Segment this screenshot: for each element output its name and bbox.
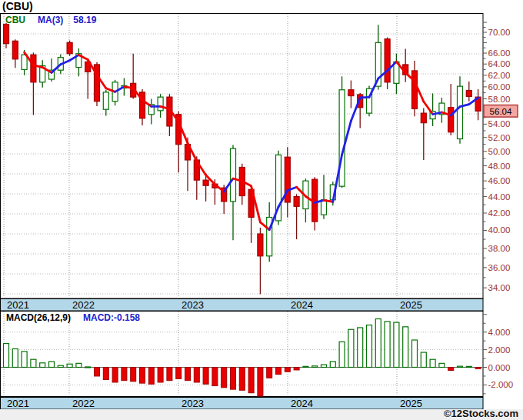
macd-axis: 4.0002.0000.000-2.000 xyxy=(483,315,513,394)
candle-down xyxy=(294,197,299,207)
macd-bar-positive xyxy=(321,365,327,367)
macd-bar-negative xyxy=(294,368,299,370)
macd-bar-positive xyxy=(339,342,345,367)
macd-bar-positive xyxy=(439,363,445,367)
price-axis-label: 34.00 xyxy=(488,283,511,292)
macd-bar-positive xyxy=(330,362,335,367)
macd-bar-negative xyxy=(258,368,263,397)
year-label: 2024 xyxy=(291,398,313,409)
candle-up xyxy=(158,97,163,111)
price-axis-label: 60.00 xyxy=(488,82,511,92)
price-axis-label: 50.00 xyxy=(488,147,511,156)
candle-down xyxy=(466,91,471,97)
macd-bar-positive xyxy=(85,367,91,368)
macd-bar-negative xyxy=(122,368,127,381)
macd-bar-positive xyxy=(403,327,408,368)
candle-down xyxy=(412,71,418,108)
price-axis-label: 46.00 xyxy=(488,176,511,185)
macd-bar-negative xyxy=(203,368,208,385)
macd-bar-negative xyxy=(103,368,108,380)
candle-down xyxy=(258,234,263,256)
macd-bar-positive xyxy=(430,359,435,367)
macd-axis-label: 4.000 xyxy=(488,328,511,337)
macd-bar-positive xyxy=(58,365,63,367)
price-axis-label: 54.00 xyxy=(488,119,511,128)
price-axis-label: 58.00 xyxy=(488,95,511,104)
price-axis-label: 66.00 xyxy=(488,48,511,58)
macd-bar-positive xyxy=(375,319,381,368)
year-label: 2024 xyxy=(291,299,313,311)
price-legend: CBUMA(3)58.19 xyxy=(5,15,96,25)
ticker-symbol-label: CBU xyxy=(5,15,25,25)
macd-bar-negative xyxy=(95,368,100,376)
macd-bar-positive xyxy=(385,322,390,368)
macd-bar-negative xyxy=(448,368,454,371)
macd-bar-negative xyxy=(194,368,199,382)
macd-bar-positive xyxy=(412,340,418,367)
price-axis-label: 40.00 xyxy=(488,225,511,235)
macd-bar-positive xyxy=(76,363,82,367)
candle-down xyxy=(67,42,72,53)
macd-bar-positive xyxy=(421,352,426,367)
macd-axis-label: -2.000 xyxy=(488,380,514,389)
year-label: 2025 xyxy=(400,398,422,409)
price-axis: 70.0066.0064.0062.0060.0058.0056.0054.00… xyxy=(483,22,510,292)
ticker-title: (CBU) xyxy=(2,0,33,12)
year-label: 2023 xyxy=(182,299,204,311)
macd-bar-negative xyxy=(140,368,145,384)
macd-bar-negative xyxy=(148,368,154,385)
macd-bar-positive xyxy=(67,364,72,367)
candle-up xyxy=(103,92,108,109)
candle-down xyxy=(31,55,36,82)
macd-bar-negative xyxy=(248,368,254,393)
macd-bar-positive xyxy=(303,366,308,367)
year-label: 2022 xyxy=(72,398,95,409)
candle-up xyxy=(22,55,27,69)
macd-bar-negative xyxy=(475,368,481,369)
price-axis-label: 42.00 xyxy=(488,208,511,218)
macd-bar-negative xyxy=(176,368,182,379)
macd-bar-negative xyxy=(158,368,163,382)
candlestick-and-macd-chart: 2021202120222022202320232024202420252025… xyxy=(0,0,523,420)
macd-bar-positive xyxy=(394,322,399,367)
stock-chart-page: 2021202120222022202320232024202420252025… xyxy=(0,0,523,420)
macd-indicator-value: MACD:-0.158 xyxy=(83,312,140,323)
price-axis-label: 44.00 xyxy=(488,192,511,202)
macd-bar-positive xyxy=(31,359,36,367)
macd-bar-positive xyxy=(348,329,354,367)
price-axis-label: 64.00 xyxy=(488,59,511,68)
macd-bar-positive xyxy=(466,366,471,367)
macd-bar-positive xyxy=(312,366,318,368)
macd-bar-negative xyxy=(276,368,281,375)
macd-indicator-label: MACD(26,12,9) xyxy=(6,312,71,323)
last-price-value: 56.04 xyxy=(490,107,512,116)
candle-down xyxy=(348,90,354,96)
candle-up xyxy=(231,148,236,202)
candle-down xyxy=(12,41,18,58)
last-price-badge: 56.04 xyxy=(484,105,518,118)
price-axis-label: 36.00 xyxy=(488,263,511,272)
macd-bar-positive xyxy=(22,352,27,368)
macd-axis-label: 2.000 xyxy=(488,345,511,355)
macd-bar-positive xyxy=(367,325,372,368)
macd-bar-negative xyxy=(267,368,272,378)
chart-panels xyxy=(1,14,484,397)
macd-axis-label: 0.000 xyxy=(488,363,511,372)
price-axis-label: 38.00 xyxy=(488,244,511,253)
macd-bar-negative xyxy=(112,368,118,382)
year-label: 2021 xyxy=(7,398,29,409)
candle-down xyxy=(385,39,390,82)
candle-up xyxy=(321,200,327,215)
macd-bar-negative xyxy=(239,368,245,391)
macd-bar-positive xyxy=(4,344,9,368)
macd-bar-positive xyxy=(40,363,45,368)
candle-up xyxy=(339,90,345,186)
year-label: 2021 xyxy=(7,299,29,311)
macd-bar-positive xyxy=(358,328,363,368)
price-axis-label: 52.00 xyxy=(488,133,511,142)
macd-bar-negative xyxy=(131,368,136,382)
macd-bar-negative xyxy=(212,368,218,386)
candle-down xyxy=(448,108,454,132)
macd-bar-negative xyxy=(167,368,172,381)
ma-segment xyxy=(360,97,369,98)
